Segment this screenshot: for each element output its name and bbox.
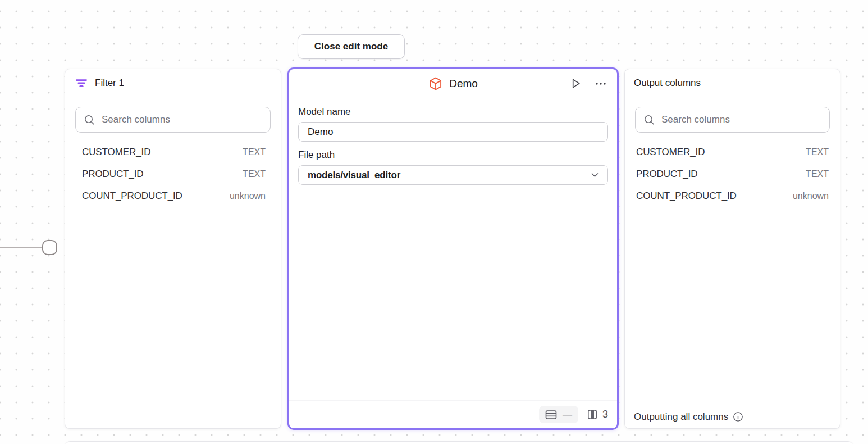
model-footer: — 3 (289, 400, 617, 428)
output-footer: Outputting all columns (625, 405, 840, 428)
column-row[interactable]: CUSTOMER_ID TEXT (636, 141, 829, 163)
model-name-input[interactable] (298, 122, 608, 142)
search-icon (84, 115, 95, 125)
filter-panel-title: Filter 1 (95, 78, 124, 89)
bottom-panel (65, 441, 853, 444)
column-count-stat[interactable]: 3 (587, 409, 608, 420)
column-type: TEXT (243, 147, 266, 157)
column-name: COUNT_PRODUCT_ID (82, 191, 182, 202)
output-search-box[interactable] (635, 107, 830, 133)
column-name: CUSTOMER_ID (82, 147, 150, 158)
more-options-button[interactable] (593, 80, 608, 87)
column-row[interactable]: COUNT_PRODUCT_ID unknown (636, 185, 829, 207)
file-path-label: File path (298, 149, 608, 161)
search-icon (644, 115, 655, 125)
model-name-label: Model name (298, 106, 608, 117)
columns-icon (587, 409, 597, 420)
column-row[interactable]: COUNT_PRODUCT_ID unknown (82, 185, 266, 207)
filter-panel-header: Filter 1 (65, 69, 281, 97)
column-type: TEXT (806, 147, 829, 157)
filter-search-input[interactable] (102, 114, 262, 125)
output-footer-text: Outputting all columns (634, 411, 728, 423)
model-panel-header: Demo (289, 69, 617, 98)
close-edit-mode-button[interactable]: Close edit mode (298, 34, 405, 59)
run-model-button[interactable] (568, 76, 583, 91)
filter-column-list: CUSTOMER_ID TEXT PRODUCT_ID TEXT COUNT_P… (65, 138, 281, 207)
column-row[interactable]: PRODUCT_ID TEXT (636, 163, 829, 185)
column-type: unknown (230, 191, 266, 201)
filter-icon (75, 78, 88, 88)
output-columns-panel: Output columns CUSTOMER_ID TEXT PRODUCT_… (624, 69, 840, 429)
file-path-value: models/visual_editor (308, 170, 400, 181)
column-row[interactable]: PRODUCT_ID TEXT (82, 163, 266, 185)
edge-connector-line (0, 247, 43, 248)
column-name: CUSTOMER_ID (636, 147, 705, 158)
column-name: PRODUCT_ID (636, 169, 698, 180)
output-panel-title: Output columns (634, 78, 701, 89)
model-cube-icon (428, 76, 443, 91)
model-panel-title: Demo (449, 78, 478, 90)
row-count-stat[interactable]: — (539, 406, 578, 423)
output-search-input[interactable] (661, 114, 821, 125)
column-type: TEXT (806, 169, 829, 179)
info-icon[interactable] (733, 411, 743, 422)
file-path-select[interactable]: models/visual_editor (298, 165, 608, 185)
output-column-list: CUSTOMER_ID TEXT PRODUCT_ID TEXT COUNT_P… (625, 138, 840, 207)
column-row[interactable]: CUSTOMER_ID TEXT (82, 141, 266, 163)
column-type: TEXT (243, 169, 266, 179)
edge-connector-handle[interactable] (42, 240, 57, 255)
filter-node-panel: Filter 1 CUSTOMER_ID TEXT PRODUCT_ID TEX… (65, 69, 281, 429)
column-name: COUNT_PRODUCT_ID (636, 191, 737, 202)
output-panel-header: Output columns (625, 69, 840, 97)
row-count-value: — (563, 409, 572, 420)
model-node-panel: Demo Model name File path models/visual_… (287, 67, 619, 430)
chevron-down-icon (591, 173, 599, 178)
column-count-value: 3 (602, 409, 608, 420)
rows-icon (545, 410, 557, 420)
column-name: PRODUCT_ID (82, 169, 144, 180)
column-type: unknown (793, 191, 829, 201)
filter-search-box[interactable] (75, 107, 271, 133)
